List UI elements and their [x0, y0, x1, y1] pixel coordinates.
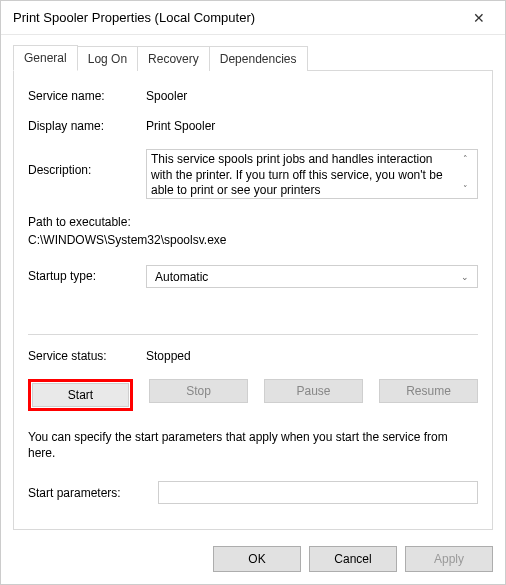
tab-strip: General Log On Recovery Dependencies	[13, 45, 493, 70]
chevron-down-icon: ⌄	[461, 272, 469, 282]
content-area: General Log On Recovery Dependencies Ser…	[1, 35, 505, 536]
start-button[interactable]: Start	[32, 383, 129, 407]
tab-logon[interactable]: Log On	[77, 46, 138, 71]
divider	[28, 334, 478, 335]
apply-button: Apply	[405, 546, 493, 572]
cancel-button[interactable]: Cancel	[309, 546, 397, 572]
window-title: Print Spooler Properties (Local Computer…	[13, 10, 255, 25]
value-service-status: Stopped	[146, 349, 478, 363]
pause-button: Pause	[264, 379, 363, 403]
description-text: This service spools print jobs and handl…	[151, 152, 457, 196]
label-service-name: Service name:	[28, 89, 146, 103]
startup-type-value: Automatic	[155, 270, 208, 284]
startup-type-select[interactable]: Automatic ⌄	[146, 265, 478, 288]
value-path: C:\WINDOWS\System32\spoolsv.exe	[28, 233, 478, 247]
value-display-name: Print Spooler	[146, 119, 478, 133]
description-scrollbar[interactable]: ˄ ˅	[457, 152, 473, 196]
label-path: Path to executable:	[28, 215, 478, 229]
service-control-buttons: Start Stop Pause Resume	[28, 379, 478, 411]
scroll-up-icon[interactable]: ˄	[463, 154, 468, 164]
resume-button: Resume	[379, 379, 478, 403]
properties-dialog: Print Spooler Properties (Local Computer…	[0, 0, 506, 585]
label-display-name: Display name:	[28, 119, 146, 133]
dialog-footer: OK Cancel Apply	[1, 536, 505, 584]
start-button-highlight: Start	[28, 379, 133, 411]
parameters-note: You can specify the start parameters tha…	[28, 429, 478, 461]
ok-button[interactable]: OK	[213, 546, 301, 572]
tab-general[interactable]: General	[13, 45, 78, 71]
start-parameters-input[interactable]	[158, 481, 478, 504]
scroll-down-icon[interactable]: ˅	[463, 184, 468, 194]
label-start-parameters: Start parameters:	[28, 486, 158, 500]
label-description: Description:	[28, 149, 146, 177]
description-box: This service spools print jobs and handl…	[146, 149, 478, 199]
tab-panel-general: Service name: Spooler Display name: Prin…	[13, 70, 493, 530]
value-service-name: Spooler	[146, 89, 478, 103]
tab-dependencies[interactable]: Dependencies	[209, 46, 308, 71]
titlebar: Print Spooler Properties (Local Computer…	[1, 1, 505, 35]
tab-recovery[interactable]: Recovery	[137, 46, 210, 71]
stop-button: Stop	[149, 379, 248, 403]
close-icon[interactable]: ✕	[465, 6, 493, 30]
label-startup-type: Startup type:	[28, 265, 146, 283]
label-service-status: Service status:	[28, 349, 146, 363]
